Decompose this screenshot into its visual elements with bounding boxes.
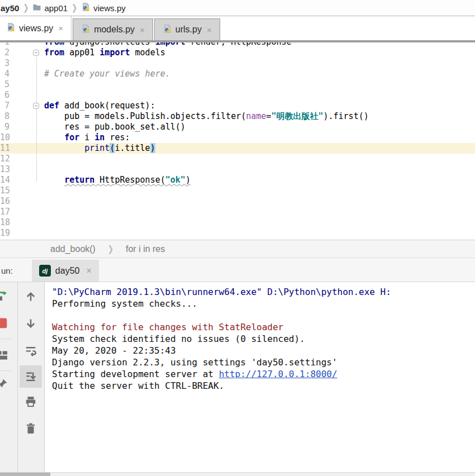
breadcrumb-function[interactable]: add_book()	[50, 244, 96, 254]
run-tab-day50[interactable]: dj day50 ×	[32, 260, 99, 282]
line-number: 16	[0, 196, 10, 207]
code-line	[44, 217, 369, 228]
line-number: 20	[0, 239, 10, 240]
fold-marker-icon[interactable]	[33, 50, 39, 56]
up-arrow-icon[interactable]	[24, 290, 37, 303]
code-line: def add_book(request):	[44, 101, 369, 111]
line-number: 6	[0, 90, 10, 101]
code-area: from django.shortcuts import render, Htt…	[44, 42, 369, 240]
scrollbar-thumb[interactable]	[0, 473, 50, 476]
line-number: 8	[0, 111, 10, 122]
breadcrumb-statement[interactable]: for i in res	[126, 244, 165, 254]
console-line: Starting development server at http://12…	[52, 368, 475, 380]
console-line: System check identified no issues (0 sil…	[52, 333, 475, 345]
close-icon[interactable]: ×	[86, 266, 91, 276]
code-line: from django.shortcuts import render, Htt…	[44, 42, 369, 47]
console-line: "D:\PyCharm 2019.1.3\bin\runnerw64.exe" …	[52, 286, 475, 298]
close-icon[interactable]: ×	[58, 23, 63, 33]
breadcrumb-package[interactable]: app01	[32, 3, 68, 13]
code-line	[44, 207, 369, 217]
line-number: 19	[0, 228, 10, 239]
console-line: May 20, 2020 - 22:35:43	[52, 345, 475, 356]
editor-breadcrumbs: add_book() ❯ for i in res	[0, 240, 475, 258]
code-line	[44, 185, 369, 196]
code-line: res = pub.book_set.all()	[44, 122, 369, 132]
console-line: Performing system checks...	[52, 298, 475, 310]
tab-views-py[interactable]: views.py×	[0, 16, 72, 40]
run-console-panel: "D:\PyCharm 2019.1.3\bin\runnerw64.exe" …	[0, 282, 475, 472]
line-number: 13	[0, 164, 10, 175]
line-number: 15	[0, 185, 10, 196]
code-line: print(i.title)	[44, 143, 369, 154]
toolbar-separator	[0, 370, 12, 371]
code-line	[44, 58, 369, 69]
clear-icon[interactable]	[24, 422, 37, 435]
chevron-right-icon: ❯	[72, 3, 77, 13]
python-file-icon	[163, 24, 172, 36]
console-output[interactable]: "D:\PyCharm 2019.1.3\bin\runnerw64.exe" …	[45, 282, 475, 472]
line-number: 1	[0, 42, 10, 47]
down-arrow-icon[interactable]	[24, 317, 37, 330]
console-line: Watching for file changes with StatReloa…	[52, 321, 475, 333]
restore-layout-icon[interactable]	[0, 349, 9, 362]
close-icon[interactable]: ×	[207, 25, 212, 35]
line-number: 2	[0, 47, 10, 58]
line-number: 18	[0, 217, 10, 228]
console-line	[52, 310, 475, 321]
line-number: 11	[0, 143, 10, 154]
line-number: 12	[0, 154, 10, 164]
line-number: 3	[0, 58, 10, 69]
tab-models-py[interactable]: models.py×	[73, 18, 153, 40]
folder-icon	[32, 3, 41, 13]
line-number: 4	[0, 69, 10, 79]
tab-urls-py[interactable]: urls.py×	[154, 18, 220, 40]
pin-icon[interactable]	[0, 377, 9, 391]
code-line: return HttpResponse("ok")	[44, 175, 369, 185]
python-file-icon	[81, 2, 91, 13]
fold-marker-icon[interactable]	[33, 103, 39, 109]
chevron-right-icon: ❯	[108, 244, 113, 254]
fold-guide-line	[36, 57, 37, 181]
code-line	[44, 90, 369, 101]
rerun-icon[interactable]	[0, 289, 9, 302]
code-line: from app01 import models	[44, 47, 369, 58]
line-number: 10	[0, 132, 10, 143]
stop-icon[interactable]	[0, 317, 9, 330]
line-number: 5	[0, 79, 10, 90]
chevron-right-icon: ❯	[23, 3, 28, 13]
console-line: Quit the server with CTRL-BREAK.	[52, 380, 475, 392]
console-toolbar	[18, 282, 45, 472]
run-tab-label: day50	[55, 266, 80, 276]
code-line	[44, 79, 369, 90]
line-number: 7	[0, 101, 10, 111]
scroll-to-end-icon[interactable]	[20, 365, 42, 388]
close-icon[interactable]: ×	[140, 25, 145, 35]
code-line	[44, 196, 369, 207]
code-line: # Create your views here.	[44, 69, 369, 79]
line-number: 9	[0, 122, 10, 132]
line-number: 17	[0, 207, 10, 217]
print-icon[interactable]	[24, 395, 37, 408]
server-url-link[interactable]: http://127.0.0.1:8000/	[219, 369, 338, 379]
code-line: pub = models.Publish.objects.filter(name…	[44, 111, 369, 122]
run-toolbar	[0, 282, 18, 472]
run-label: un:	[1, 266, 13, 275]
code-line	[44, 154, 369, 164]
python-file-icon	[6, 22, 16, 34]
breadcrumb-project[interactable]: ay50	[1, 3, 19, 13]
line-number: 14	[0, 175, 10, 185]
code-line: for i in res:	[44, 132, 369, 143]
code-editor[interactable]: 1234567891011121314151617181920 from dja…	[0, 42, 475, 240]
breadcrumb-file[interactable]: views.py	[81, 2, 126, 13]
code-line	[44, 164, 369, 175]
console-line: Django version 2.2.3, using settings 'da…	[52, 356, 475, 368]
navigation-bar: ay50 ❯ app01 ❯ views.py	[0, 0, 475, 16]
run-toolwindow-header: un: dj day50 ×	[0, 258, 475, 282]
django-icon: dj	[39, 265, 51, 277]
python-file-icon	[81, 24, 91, 36]
code-line	[44, 228, 369, 239]
toolbar-separator	[0, 339, 12, 339]
horizontal-scrollbar[interactable]	[0, 472, 475, 476]
editor-tabbar: views.py×models.py×urls.py×	[0, 16, 475, 42]
soft-wrap-icon[interactable]	[24, 344, 37, 357]
